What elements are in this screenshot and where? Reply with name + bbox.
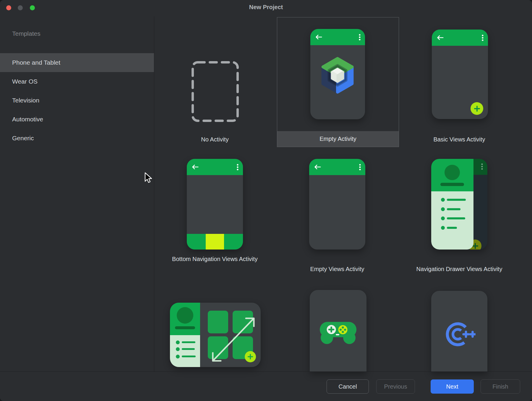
avatar-name-placeholder — [440, 183, 464, 186]
fab-plus-icon — [245, 351, 256, 362]
back-arrow-icon — [314, 164, 321, 170]
bottom-nav-bar — [187, 234, 243, 250]
template-label-navigation-drawer-views-activity[interactable]: Navigation Drawer Views Activity — [398, 264, 520, 274]
sidebar-item-television[interactable]: Television — [0, 91, 154, 110]
kebab-menu-icon — [481, 163, 483, 170]
template-thumbnail-empty-views-activity[interactable] — [309, 159, 365, 250]
gamepad-icon — [320, 322, 356, 344]
phone-app-bar — [309, 159, 365, 175]
cancel-button[interactable]: Cancel — [327, 379, 369, 394]
cpp-icon — [443, 321, 476, 348]
template-thumbnail-responsive-views-activity[interactable] — [170, 303, 261, 367]
phone-app-bar — [187, 159, 243, 175]
drawer-menu-list — [431, 191, 473, 250]
sidebar-item-label: Wear OS — [12, 78, 38, 85]
template-label-bottom-navigation-views-activity[interactable]: Bottom Navigation Views Activity — [171, 254, 259, 264]
mouse-cursor — [144, 172, 152, 183]
template-thumbnail-basic-views-activity[interactable] — [432, 30, 488, 119]
sidebar-item-generic[interactable]: Generic — [0, 129, 154, 148]
sidebar-item-wear-os[interactable]: Wear OS — [0, 72, 154, 91]
template-thumbnail-native-cpp[interactable] — [431, 291, 487, 371]
window-title: New Project — [0, 4, 532, 11]
template-thumbnail-game-activity[interactable] — [310, 290, 366, 371]
back-arrow-icon — [191, 164, 199, 170]
template-thumbnail-empty-activity[interactable] — [310, 29, 365, 119]
sidebar-item-list: Phone and Tablet Wear OS Television Auto… — [0, 53, 154, 148]
sidebar-header: Templates — [12, 30, 40, 37]
kebab-menu-icon — [359, 164, 361, 170]
sidebar-item-label: Television — [12, 97, 39, 104]
jetpack-compose-logo-icon — [320, 56, 355, 94]
sidebar-item-automotive[interactable]: Automotive — [0, 110, 154, 129]
template-label-basic-views-activity[interactable]: Basic Views Activity — [415, 134, 504, 144]
template-label-empty-activity: Empty Activity — [277, 131, 399, 147]
phone-app-bar — [432, 30, 488, 46]
sidebar-item-label: Automotive — [12, 116, 43, 123]
template-thumbnail-navigation-drawer-views-activity[interactable] — [431, 159, 487, 250]
footer-divider — [0, 371, 532, 372]
template-label-no-activity[interactable]: No Activity — [171, 134, 259, 144]
kebab-menu-icon — [359, 34, 361, 40]
drawer-header — [431, 159, 473, 191]
sidebar-item-label: Phone and Tablet — [12, 59, 60, 66]
previous-button[interactable]: Previous — [376, 379, 415, 394]
sidebar-divider — [154, 16, 154, 371]
new-project-dialog: New Project Templates Phone and Tablet W… — [0, 0, 532, 401]
kebab-menu-icon — [482, 35, 484, 41]
next-button[interactable]: Next — [431, 379, 474, 394]
templates-sidebar: Templates Phone and Tablet Wear OS Telev… — [0, 16, 154, 401]
sidebar-item-phone-and-tablet[interactable]: Phone and Tablet — [0, 53, 154, 72]
kebab-menu-icon — [237, 164, 239, 170]
nav-drawer-panel — [431, 159, 473, 250]
template-label-empty-views-activity[interactable]: Empty Views Activity — [293, 264, 382, 274]
titlebar: New Project — [0, 0, 532, 16]
bottom-nav-selected-segment — [206, 234, 224, 250]
phone-app-bar — [310, 29, 365, 45]
template-thumbnail-bottom-navigation-views-activity[interactable] — [187, 159, 243, 250]
back-arrow-icon — [315, 34, 322, 40]
fab-plus-icon — [471, 102, 483, 115]
sidebar-item-label: Generic — [12, 135, 34, 142]
dashed-placeholder-icon[interactable] — [191, 61, 239, 122]
finish-button[interactable]: Finish — [481, 379, 520, 394]
back-arrow-icon — [436, 35, 444, 40]
avatar-icon — [445, 165, 460, 180]
